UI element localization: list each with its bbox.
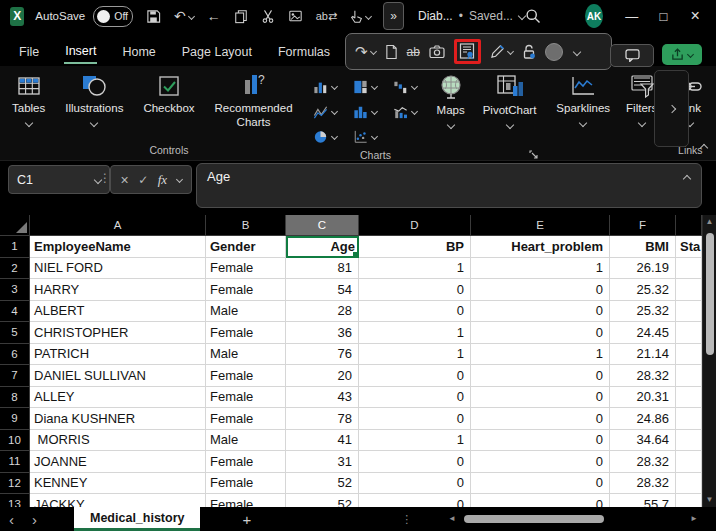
cell-F10[interactable]: 34.64 [610,430,676,452]
cell-A4[interactable]: ALBERT [30,301,206,323]
toolbar-overflow-button[interactable]: » [383,2,404,30]
cell-E9[interactable]: 0 [471,408,610,430]
sheet-nav-right-button[interactable]: › [23,512,46,527]
hierarchy-chart-button[interactable] [345,80,385,94]
column-header-A[interactable]: A [30,215,206,236]
cell-C9[interactable]: 78 [286,408,359,430]
cell-B1[interactable]: Gender [206,236,286,258]
maps-button[interactable]: Maps [429,72,473,130]
cell-B3[interactable]: Female [206,279,286,301]
row-header-3[interactable]: 3 [0,279,30,301]
cell-B13[interactable]: Female [206,494,286,507]
column-header-partial[interactable] [676,215,702,236]
cell-D13[interactable]: 0 [359,494,471,507]
cell-E3[interactable]: 0 [471,279,610,301]
collapse-formula-bar-button[interactable] [684,171,690,185]
cell-E12[interactable]: 0 [471,473,610,495]
cell-E1[interactable]: Heart_problem [471,236,610,258]
column-header-E[interactable]: E [471,215,610,236]
row-header-9[interactable]: 9 [0,408,30,430]
cell-B7[interactable]: Female [206,365,286,387]
cell-B10[interactable]: Male [206,430,286,452]
lock-button[interactable] [522,44,536,60]
cell-B2[interactable]: Female [206,258,286,280]
cell-A6[interactable]: PATRICH [30,344,206,366]
cell-C11[interactable]: 31 [286,451,359,473]
insert-function-icon[interactable]: fx [158,172,167,188]
cell-A13[interactable]: JACKKY [30,494,206,507]
cell-F6[interactable]: 21.14 [610,344,676,366]
cell-C1[interactable]: Age [286,236,359,258]
cell-partial1[interactable]: Sta [676,236,702,258]
tab-page-layout[interactable]: Page Layout [181,41,253,63]
vertical-scrollbar[interactable]: ▲ ▼ [702,215,716,507]
select-all-corner[interactable] [0,215,30,236]
maximize-button[interactable]: □ [651,9,677,24]
undo-button[interactable]: ↶ [174,9,194,23]
cell-E8[interactable]: 0 [471,387,610,409]
name-box[interactable]: C1 [8,165,110,194]
cell-F9[interactable]: 24.86 [610,408,676,430]
line-chart-button[interactable] [305,105,345,119]
cell-C4[interactable]: 28 [286,301,359,323]
minimize-button[interactable]: — [619,9,645,24]
cell-D8[interactable]: 0 [359,387,471,409]
pivotchart-button[interactable]: PivotChart [475,72,545,130]
sparklines-button[interactable]: Sparklines [548,72,618,128]
checkbox-button[interactable]: Checkbox [135,72,202,118]
tab-home[interactable]: Home [121,41,156,63]
vertical-scroll-thumb[interactable] [706,233,714,355]
cell-A3[interactable]: HARRY [30,279,206,301]
document-title-button[interactable]: Diab... • Saved... [418,9,525,23]
cell-F11[interactable]: 28.32 [610,451,676,473]
cell-C7[interactable]: 20 [286,365,359,387]
redo-button[interactable]: ↷ [355,44,376,59]
cell-C10[interactable]: 41 [286,430,359,452]
tables-button[interactable]: Tables [4,72,53,128]
scroll-down-icon[interactable]: ▼ [706,493,714,507]
cell-A7[interactable]: DANIEL SULLIVAN [30,365,206,387]
cell-C2[interactable]: 81 [286,258,359,280]
row-header-5[interactable]: 5 [0,322,30,344]
horizontal-scroll-thumb[interactable] [464,515,604,523]
cell-B8[interactable]: Female [206,387,286,409]
cell-C6[interactable]: 76 [286,344,359,366]
cell-C12[interactable]: 52 [286,473,359,495]
signature-line-button[interactable] [459,43,476,60]
cell-E10[interactable]: 0 [471,430,610,452]
tab-insert[interactable]: Insert [64,40,97,64]
horizontal-scrollbar[interactable]: ◄ ► [448,511,698,527]
tab-file[interactable]: File [18,41,40,63]
cell-D5[interactable]: 1 [359,322,471,344]
qat-more-chevron-icon[interactable] [573,47,581,55]
cell-F4[interactable]: 25.32 [610,301,676,323]
cell-F3[interactable]: 25.32 [610,279,676,301]
cell-D4[interactable]: 0 [359,301,471,323]
cell-E2[interactable]: 1 [471,258,610,280]
cell-F12[interactable]: 28.32 [610,473,676,495]
enter-icon[interactable]: ✓ [138,173,148,187]
tab-formulas[interactable]: Formulas [277,41,331,63]
cell-A12[interactable]: KENNEY [30,473,206,495]
cell-partial5[interactable] [676,322,702,344]
cell-E5[interactable]: 0 [471,322,610,344]
column-header-D[interactable]: D [359,215,471,236]
share-button[interactable] [662,44,702,65]
cell-B9[interactable]: Female [206,408,286,430]
row-header-4[interactable]: 4 [0,301,30,323]
cell-E11[interactable]: 0 [471,451,610,473]
illustrations-button[interactable]: Illustrations [57,72,131,128]
row-header-7[interactable]: 7 [0,365,30,387]
ribbon-scroll-right-button[interactable] [654,70,689,147]
back-button[interactable]: ← [207,9,221,23]
fill-handle[interactable] [352,251,359,258]
sheet-nav-left-button[interactable]: ‹ [0,512,23,527]
row-header-13[interactable]: 13 [0,494,30,507]
new-file-button[interactable] [385,44,398,60]
column-chart-button[interactable] [305,80,345,94]
combo-chart-button[interactable] [385,105,425,119]
cell-partial3[interactable] [676,279,702,301]
cell-A10[interactable]: MORRIS [30,430,206,452]
cell-partial12[interactable] [676,473,702,495]
recommended-charts-button[interactable]: ? Recommended Charts [207,72,301,132]
